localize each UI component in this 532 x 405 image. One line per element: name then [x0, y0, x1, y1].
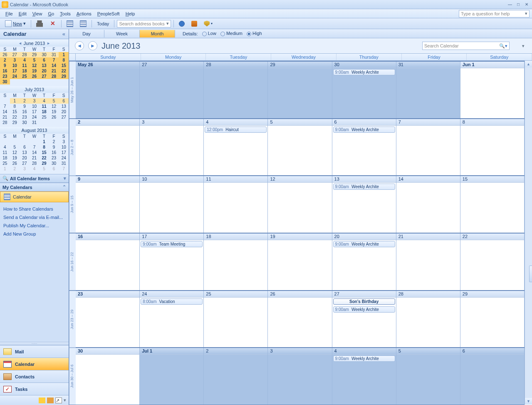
view-tab-week[interactable]: Week [104, 30, 140, 37]
week-gutter[interactable]: Jun 16 – 22 [69, 234, 76, 290]
grid2-button[interactable] [77, 19, 89, 28]
menu-peoplesoft[interactable]: PeopleSoft [94, 10, 123, 17]
day-cell[interactable]: 18 [204, 234, 268, 290]
event[interactable]: 8:00amVacation [141, 298, 203, 305]
notes-icon[interactable] [39, 398, 45, 403]
event[interactable]: 9:00amWeekly Archite [333, 127, 395, 133]
day-cell[interactable]: 139:00amWeekly Archite [332, 176, 396, 233]
next-button[interactable]: ► [88, 41, 97, 50]
prev-button[interactable]: ◄ [75, 41, 84, 50]
day-cell[interactable]: 21 [396, 234, 460, 290]
details-low[interactable]: Low [202, 31, 216, 36]
overflow-icon[interactable]: ▾ [64, 398, 66, 403]
day-cell[interactable]: 16 [76, 234, 140, 290]
help-search-box[interactable]: Type a question for help ▾ [459, 10, 530, 17]
nav-button-mail[interactable]: Mail [0, 345, 69, 358]
day-cell[interactable]: 9 [76, 176, 140, 233]
day-cell[interactable]: 30 [76, 348, 140, 405]
menu-actions[interactable]: Actions [74, 10, 94, 17]
day-cell[interactable]: 26 [268, 291, 332, 348]
day-cell[interactable]: 2 [76, 119, 140, 176]
menu-view[interactable]: View [30, 10, 45, 17]
day-cell[interactable]: 28 [204, 62, 268, 118]
vertical-scrollbar[interactable]: ▲ ▼ [525, 61, 532, 405]
prev-month-icon[interactable]: ◄ [18, 41, 22, 45]
menu-help[interactable]: Help [123, 10, 138, 17]
event[interactable]: 9:00amWeekly Archite [333, 241, 395, 247]
event[interactable]: 9:00amWeekly Archite [333, 69, 395, 75]
calendar-item[interactable]: Calendar [0, 191, 69, 202]
my-calendars-header[interactable]: My Calendars ⌃ [0, 183, 69, 191]
week-gutter[interactable]: May 26 – Jun 1 [69, 62, 76, 118]
address-book-search[interactable]: Search address books ▾ [117, 20, 171, 27]
week-gutter[interactable]: Jun 9 – 15 [69, 176, 76, 233]
new-button[interactable]: New ▾ [2, 19, 28, 28]
minimize-button[interactable]: ― [506, 2, 514, 7]
calendar-search[interactable]: Search Calendar 🔍▾ [422, 42, 510, 50]
day-cell[interactable]: 29 [268, 62, 332, 118]
day-cell[interactable]: 6 [460, 348, 525, 405]
event[interactable]: 12:00pmHaircut [205, 127, 267, 133]
day-cell[interactable]: 5 [396, 348, 460, 405]
day-cell[interactable]: 69:00amWeekly Archite [332, 119, 396, 176]
scroll-thumb[interactable] [529, 266, 532, 282]
folder-icon[interactable] [47, 398, 54, 403]
maximize-button[interactable]: □ [515, 2, 522, 7]
collapse-icon[interactable]: « [62, 31, 65, 37]
nav-link[interactable]: Add New Group [3, 230, 65, 238]
day-cell[interactable]: 15 [460, 176, 525, 233]
day-cell[interactable]: 14 [396, 176, 460, 233]
print-button[interactable] [34, 19, 45, 28]
day-cell[interactable]: 7 [396, 119, 460, 176]
today-button[interactable]: Today [94, 20, 111, 27]
day-cell[interactable]: 27 [140, 62, 204, 118]
day-cell[interactable]: 412:00pmHaircut [204, 119, 268, 176]
contacts-button[interactable] [189, 20, 200, 28]
scroll-up[interactable]: ▲ [525, 61, 532, 67]
event[interactable]: 9:00amWeekly Archite [333, 306, 395, 313]
day-cell[interactable]: 10 [140, 176, 204, 233]
day-cell[interactable]: 309:00amWeekly Archite [332, 62, 396, 118]
nav-link[interactable]: Publish My Calendar... [3, 221, 65, 230]
day-cell[interactable]: 23 [76, 291, 140, 348]
day-cell[interactable]: Jul 1 [140, 348, 204, 405]
day-cell[interactable]: Jun 1 [460, 62, 525, 118]
event[interactable]: Son's Birthday [333, 298, 395, 305]
day-cell[interactable]: 179:00amTeam Meeting [140, 234, 204, 290]
day-cell[interactable]: 31 [396, 62, 460, 118]
day-cell[interactable]: 25 [204, 291, 268, 348]
day-cell[interactable]: May 26 [76, 62, 140, 118]
scroll-down[interactable]: ▼ [525, 398, 532, 405]
day-cell[interactable]: 8 [460, 119, 525, 176]
week-gutter[interactable]: Jun 30 – Jul 6 [69, 348, 76, 405]
day-cell[interactable]: 28 [396, 291, 460, 348]
shortcut-icon[interactable]: ↗ [55, 398, 62, 403]
view-tab-day[interactable]: Day [69, 30, 104, 37]
nav-link[interactable]: Send a Calendar via E-mail... [3, 213, 65, 221]
event[interactable]: 9:00amWeekly Archite [333, 355, 395, 362]
event[interactable]: 9:00amWeekly Archite [333, 184, 395, 190]
delete-button[interactable]: ✕ [47, 19, 59, 28]
day-cell[interactable]: 248:00amVacation [140, 291, 204, 348]
menu-file[interactable]: File [2, 10, 16, 17]
day-cell[interactable]: 3 [268, 348, 332, 405]
day-cell[interactable]: 11 [204, 176, 268, 233]
day-cell[interactable]: 27Son's Birthday9:00amWeekly Archite [332, 291, 396, 348]
week-gutter[interactable]: Jun 2 – 8 [69, 119, 76, 176]
options-icon[interactable]: ▾ [522, 43, 525, 49]
view-tab-month[interactable]: Month [140, 30, 175, 37]
all-calendar-items[interactable]: 🔍 All Calendar Items ▾ [0, 174, 69, 183]
nav-button-calendar[interactable]: Calendar [0, 358, 69, 370]
day-cell[interactable]: 19 [268, 234, 332, 290]
menu-go[interactable]: Go [45, 10, 57, 17]
menu-edit[interactable]: Edit [16, 10, 30, 17]
details-medium[interactable]: Medium [220, 31, 242, 36]
nav-button-tasks[interactable]: Tasks [0, 383, 69, 395]
next-month-icon[interactable]: ► [47, 41, 50, 45]
shield-button[interactable]: ▾ [201, 20, 215, 28]
day-cell[interactable]: 5 [268, 119, 332, 176]
details-high[interactable]: High [247, 31, 262, 36]
day-cell[interactable]: 49:00amWeekly Archite [332, 348, 396, 405]
nav-button-contacts[interactable]: Contacts [0, 370, 69, 383]
day-cell[interactable]: 2 [204, 348, 268, 405]
